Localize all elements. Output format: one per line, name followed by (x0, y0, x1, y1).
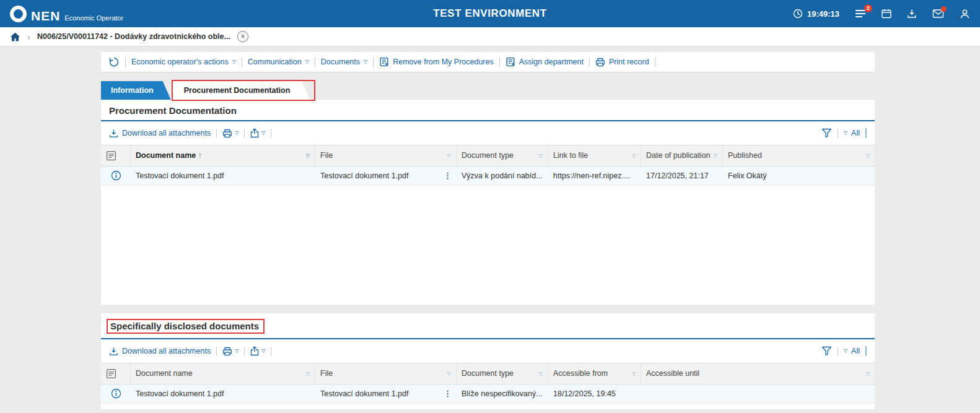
divider (244, 129, 245, 138)
filter-dropdown-icon[interactable]: ▽ (539, 371, 543, 376)
chevron-down-icon: ▽ (232, 59, 236, 64)
close-record-button[interactable]: × (237, 31, 248, 42)
filter-dropdown-icon[interactable]: ▽ (447, 371, 451, 376)
section-toolbar: Download all attachments ▽ ▽ ▽ All (101, 339, 875, 363)
all-filter-button[interactable]: ▽ All (844, 129, 860, 137)
filter-dropdown-icon[interactable]: ▽ (632, 371, 636, 376)
tab-information[interactable]: Information (101, 81, 171, 100)
record-toolbar: Economic operator's actions ▽ Communicat… (101, 52, 875, 72)
file-menu-icon[interactable]: ⋮ (444, 171, 452, 180)
column-accessible-until[interactable]: Accessible until ▽ (641, 363, 875, 385)
column-file[interactable]: File ▽ (315, 363, 457, 385)
cell-accessible-until (641, 385, 875, 403)
column-published[interactable]: Published ▽ (723, 145, 875, 167)
column-document-name[interactable]: Document name ↑ ▽ (131, 145, 315, 167)
column-label: Accessible until (646, 369, 699, 378)
filter-button[interactable] (821, 346, 832, 356)
menu-communication[interactable]: Communication ▽ (248, 58, 309, 66)
column-settings-button[interactable] (101, 363, 131, 385)
print-record-button[interactable]: Print record (595, 58, 649, 67)
profile-button[interactable] (960, 9, 970, 19)
filter-dropdown-icon[interactable]: ▽ (539, 153, 543, 159)
calendar-button[interactable] (882, 9, 891, 19)
row-detail-button[interactable] (101, 167, 131, 185)
divider (125, 58, 126, 67)
section-toolbar: Download all attachments ▽ ▽ ▽ All (101, 121, 875, 145)
filter-dropdown-icon[interactable]: ▽ (866, 153, 870, 159)
downloads-button[interactable] (907, 9, 917, 19)
export-button[interactable]: ▽ (250, 128, 265, 138)
filter-dropdown-icon[interactable]: ▽ (866, 371, 870, 376)
all-filter-button[interactable]: ▽ All (844, 347, 860, 355)
procurement-documents-table: Document name ↑ ▽ File ▽ Document type ▽… (101, 145, 875, 185)
annotation-highlight-box: Specifically disclosed documents (107, 319, 265, 334)
chevron-down-icon: ▽ (235, 131, 238, 136)
nen-logo[interactable]: NEN Economic Operator (10, 6, 123, 22)
divider (244, 347, 245, 356)
filter-button[interactable] (821, 128, 832, 138)
column-label: Published (728, 151, 762, 160)
history-icon (108, 56, 120, 67)
column-settings-button[interactable] (101, 145, 131, 167)
column-document-type[interactable]: Document type ▽ (457, 145, 548, 167)
chevron-down-icon: ▽ (364, 59, 367, 64)
breadcrumb-item[interactable]: N006/25/V00011742 - Dodávky zdravotnické… (37, 32, 230, 41)
file-name-link[interactable]: Testovací dokument 1.pdf (320, 172, 408, 180)
row-detail-button[interactable] (101, 385, 131, 403)
column-label: Accessible from (553, 369, 608, 378)
remove-from-my-procedures-button[interactable]: Remove from My Procedures (379, 57, 494, 67)
cell-link-to-file[interactable]: https://nen-ref.nipez.... (548, 167, 641, 185)
breadcrumb-chevron-icon: › (27, 32, 30, 41)
tab-label: Information (111, 86, 154, 95)
file-menu-icon[interactable]: ⋮ (444, 389, 452, 398)
messages-badge-dot (941, 6, 947, 12)
divider (589, 58, 590, 67)
menu-economic-operators-actions[interactable]: Economic operator's actions ▽ (131, 58, 236, 66)
chevron-down-icon: ▽ (261, 349, 265, 354)
filter-dropdown-icon[interactable]: ▽ (447, 153, 451, 159)
download-all-label: Download all attachments (122, 347, 211, 355)
column-document-name[interactable]: Document name ▽ (131, 363, 315, 385)
history-button[interactable] (108, 56, 120, 67)
share-icon (250, 128, 259, 138)
menu-label: Remove from My Procedures (393, 58, 494, 66)
column-date-of-publication[interactable]: Date of publication ▽ (641, 145, 723, 167)
filter-dropdown-icon[interactable]: ▽ (306, 371, 310, 376)
menu-label: Economic operator's actions (131, 58, 229, 66)
print-table-button[interactable]: ▽ (222, 129, 238, 138)
section-title: Procurement Documentation (109, 105, 237, 116)
column-accessible-from[interactable]: Accessible from ▽ (548, 363, 641, 385)
export-button[interactable]: ▽ (250, 346, 265, 356)
tabs: Information Procurement Documentation (101, 81, 980, 100)
tasks-menu-button[interactable]: 2 (855, 9, 866, 18)
divider (373, 58, 374, 67)
home-icon (10, 32, 20, 41)
column-document-type[interactable]: Document type ▽ (457, 363, 548, 385)
file-name-link[interactable]: Testovací dokument 1.pdf (320, 389, 408, 398)
divider (655, 58, 655, 67)
filter-dropdown-icon[interactable]: ▽ (714, 153, 717, 159)
print-table-button[interactable]: ▽ (222, 347, 238, 356)
cell-accessible-from: 18/12/2025, 19:45 (548, 385, 641, 403)
assign-department-button[interactable]: Assign department (505, 57, 584, 67)
column-label: Document name (136, 369, 193, 378)
column-label: Document name (136, 151, 196, 160)
clock: 19:49:13 (793, 9, 839, 19)
download-icon (109, 129, 118, 138)
tab-procurement-documentation[interactable]: Procurement Documentation (173, 81, 310, 100)
column-file[interactable]: File ▽ (315, 145, 457, 167)
download-all-attachments-button[interactable]: Download all attachments (109, 347, 211, 356)
menu-documents[interactable]: Documents ▽ (321, 58, 367, 66)
breadcrumb: › N006/25/V00011742 - Dodávky zdravotnic… (0, 27, 980, 46)
home-button[interactable] (10, 32, 20, 41)
download-all-attachments-button[interactable]: Download all attachments (109, 129, 211, 138)
column-link-to-file[interactable]: Link to file ▽ (548, 145, 641, 167)
filter-dropdown-icon[interactable]: ▽ (632, 153, 636, 159)
column-label: Document type (462, 151, 514, 160)
cell-document-name: Testovací dokument 1.pdf (131, 167, 315, 185)
menu-label: Documents (321, 58, 360, 66)
divider (216, 129, 217, 138)
filter-dropdown-icon[interactable]: ▽ (306, 153, 310, 159)
messages-button[interactable] (932, 9, 944, 18)
divider (865, 346, 867, 356)
